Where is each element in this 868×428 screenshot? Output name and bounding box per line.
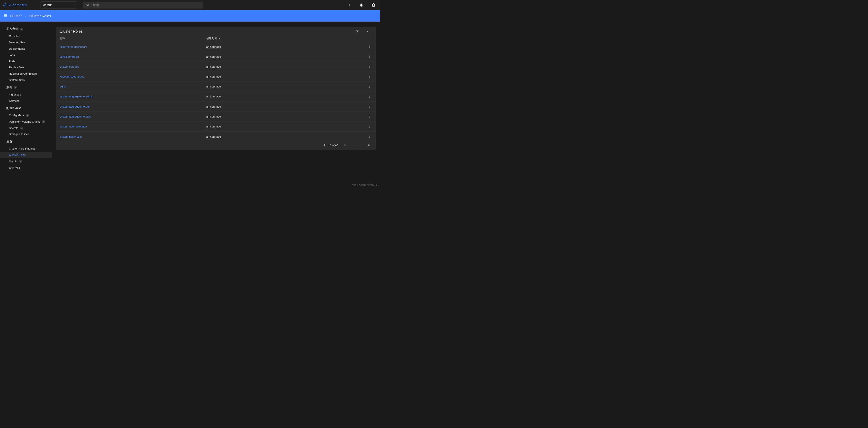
namespace-select[interactable]: default (41, 2, 77, 9)
row-menu-button[interactable] (369, 95, 370, 99)
next-page-button[interactable] (360, 144, 363, 147)
pagination-range: 1 – 10 of 66 (324, 144, 338, 147)
resource-link[interactable]: system:aggregate-to-view (60, 115, 91, 118)
namespace-select-value: default (43, 3, 52, 7)
sidebar-item[interactable]: Ingresses (0, 91, 52, 98)
row-menu-button[interactable] (369, 44, 370, 49)
breadcrumb-bar: Cluster Cluster Roles (0, 10, 380, 22)
card-header: Cluster Roles (56, 27, 376, 35)
notifications-button[interactable] (359, 3, 364, 8)
kebab-icon (369, 114, 370, 118)
row-menu-button[interactable] (369, 64, 370, 69)
user-menu-button[interactable] (371, 3, 376, 8)
svg-point-24 (370, 95, 370, 96)
sidebar-item[interactable]: Daemon Sets (0, 39, 52, 45)
sidebar-item[interactable]: Replication Controllers (0, 71, 52, 77)
column-created[interactable]: 创建时间 (206, 37, 360, 40)
table-pagination: 1 – 10 of 66 (56, 141, 376, 150)
filter-button[interactable] (356, 30, 359, 33)
created-cell: an hour ago (206, 95, 360, 98)
resource-link[interactable]: system:auth-delegator (60, 125, 87, 128)
resource-link[interactable]: system:basic-user (60, 135, 82, 138)
search-input[interactable] (93, 3, 200, 7)
row-menu-button[interactable] (369, 55, 370, 59)
chevron-right-icon (360, 144, 363, 146)
sidebar-item[interactable]: Config MapsN (0, 112, 52, 119)
resource-link[interactable]: admin (60, 85, 67, 88)
row-menu-button[interactable] (369, 104, 370, 109)
row-menu-button[interactable] (369, 124, 370, 129)
row-menu-button[interactable] (369, 134, 370, 139)
resource-link[interactable]: vpnkit-controller (60, 55, 79, 58)
nav-toggle-button[interactable] (3, 13, 7, 19)
svg-point-28 (370, 106, 370, 107)
row-menu-button[interactable] (369, 114, 370, 119)
sidebar-item[interactable]: SecretsN (0, 125, 52, 131)
sidebar-item[interactable]: Cron Jobs (0, 33, 52, 39)
sidebar-item[interactable]: Stateful Sets (0, 77, 52, 83)
svg-point-21 (370, 85, 370, 86)
plus-icon (347, 3, 351, 7)
kebab-icon (369, 95, 370, 98)
sidebar-heading[interactable]: 集群 (0, 137, 52, 146)
sidebar-item[interactable]: 命名空间 (0, 164, 52, 171)
sidebar-item[interactable]: EventsN (0, 158, 52, 164)
sidebar-item[interactable]: Storage Classes (0, 131, 52, 137)
sidebar-item[interactable]: Cluster Role Bindings (0, 146, 52, 152)
first-page-button[interactable] (344, 144, 346, 147)
resource-link[interactable]: system:aggregate-to-edit (60, 105, 90, 108)
row-menu-button[interactable] (369, 74, 370, 79)
table-row: kubeadm:get-nodesan hour ago (56, 72, 376, 82)
breadcrumb-parent[interactable]: Cluster (10, 14, 22, 18)
created-cell: an hour ago (206, 65, 360, 68)
search-bar[interactable] (83, 2, 204, 9)
svg-point-32 (370, 117, 370, 118)
create-resource-button[interactable] (347, 3, 352, 8)
first-page-icon (344, 144, 346, 146)
sidebar-item-label: Events (9, 160, 18, 163)
sidebar-heading[interactable]: 配置和存储 (0, 104, 52, 112)
svg-point-36 (370, 135, 370, 135)
svg-point-16 (370, 66, 370, 67)
sidebar-item[interactable]: Cluster Roles (0, 152, 52, 158)
resource-link[interactable]: system:aggregate-to-admin (60, 95, 93, 98)
bell-icon (359, 3, 364, 7)
prev-page-button[interactable] (351, 144, 354, 147)
sidebar-item[interactable]: Deployments (0, 45, 52, 52)
svg-point-31 (370, 116, 370, 117)
last-page-button[interactable] (368, 144, 370, 147)
sort-asc-icon (218, 37, 221, 40)
badge: N (42, 120, 45, 123)
chevron-right-icon (25, 14, 27, 18)
main-content: Cluster Roles 名称 创建时间 kuber (52, 22, 380, 187)
kebab-icon (369, 64, 370, 68)
badge: N (20, 127, 23, 129)
kebab-icon (369, 55, 370, 58)
sidebar-item[interactable]: Replica Sets (0, 64, 52, 71)
svg-point-27 (370, 105, 370, 105)
collapse-button[interactable] (366, 30, 369, 33)
chevron-left-icon (351, 144, 354, 146)
sidebar-heading-label: 配置和存储 (6, 106, 21, 110)
sidebar-item-label: Storage Classes (9, 133, 29, 136)
sidebar-item[interactable]: Pods (0, 58, 52, 64)
sidebar-item-label: Cluster Roles (9, 154, 26, 157)
resource-link[interactable]: kubernetes-dashboard (60, 45, 87, 48)
svg-point-17 (370, 67, 370, 68)
sidebar-item[interactable]: Jobs (0, 52, 52, 58)
sidebar-item-label: Services (9, 99, 20, 102)
sidebar-heading[interactable]: 服务N (0, 83, 52, 91)
resource-link[interactable]: kubeadm:get-nodes (60, 75, 84, 78)
svg-point-37 (370, 136, 370, 137)
brand-logo[interactable]: kubernetes (2, 3, 27, 7)
sidebar-item-label: Persistent Volume Claims (9, 120, 40, 123)
table-row: system:corednsan hour ago (56, 62, 376, 72)
resource-link[interactable]: system:coredns (60, 65, 79, 68)
kebab-icon (369, 134, 370, 138)
svg-point-23 (370, 87, 370, 88)
sidebar-item[interactable]: Persistent Volume ClaimsN (0, 119, 52, 125)
sidebar-item[interactable]: Services (0, 98, 52, 104)
column-name[interactable]: 名称 (60, 37, 206, 40)
sidebar-heading[interactable]: 工作负载N (0, 25, 52, 33)
row-menu-button[interactable] (369, 85, 370, 89)
